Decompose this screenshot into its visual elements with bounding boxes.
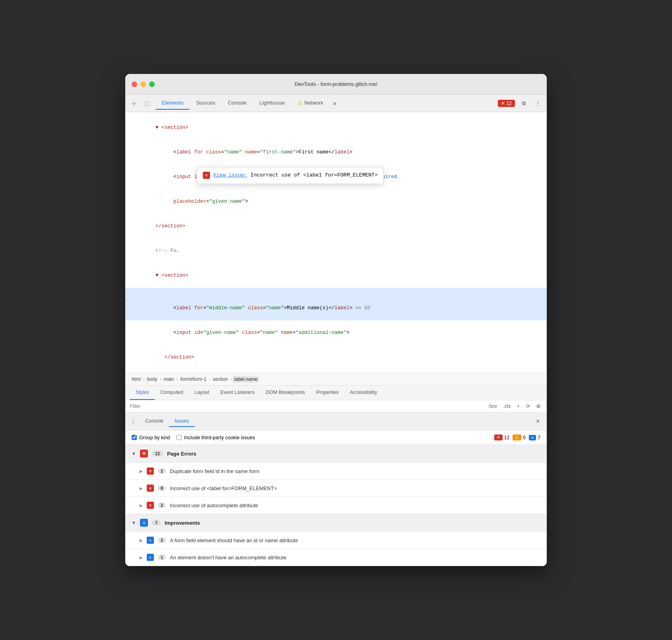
issue-item-label-for[interactable]: ▶ ✕ 8 Incorrect use of <label for=FORM_E… (125, 480, 547, 497)
tabbar-right: ✕ 12 ⚙ ⋮ (498, 98, 544, 109)
tab-sources[interactable]: Sources (190, 97, 221, 110)
issues-tab-issues[interactable]: Issues (169, 416, 194, 427)
styles-tabbar: Styles Computed Layout Event Listeners D… (125, 386, 547, 400)
panel-menu-icon[interactable]: ⋮ (130, 418, 136, 425)
warning-badge-icon: ⚠ (513, 434, 521, 440)
tab-layout[interactable]: Layout (189, 386, 215, 400)
issue-item-autocomplete[interactable]: ▶ ✕ 2 Incorrect use of autocomplete attr… (125, 497, 547, 514)
close-panel-button[interactable]: × (534, 417, 542, 426)
issue-tooltip: ✕ View issue: Incorrect use of <label fo… (197, 167, 384, 184)
add-style-button[interactable]: + (515, 403, 521, 410)
dom-line[interactable]: ▼ <section> (125, 263, 547, 288)
page-errors-title: Page Errors (167, 451, 196, 457)
tab-properties[interactable]: Properties (311, 386, 344, 400)
maximize-button[interactable] (149, 81, 155, 87)
filter-input[interactable] (130, 403, 483, 409)
error-counter-value: 12 (504, 435, 509, 440)
issues-list: ▼ ✕ 12 Page Errors ▶ ✕ 2 Duplicate form … (125, 445, 547, 566)
third-party-checkbox[interactable] (177, 435, 182, 440)
group-expand-arrow: ▼ (132, 520, 136, 525)
issues-tab-list: Console Issues (140, 416, 194, 427)
hov-button[interactable]: :hov (486, 403, 499, 410)
devtools-container: ⊹ ⬚ Elements Sources Console Lighthouse … (125, 95, 547, 566)
dom-line[interactable]: placeholder="given name"> (125, 189, 547, 214)
dom-line[interactable]: <input id="given-name" class="name" name… (125, 320, 547, 345)
filter-bar: :hov .cls + ⟳ ⊞ (125, 400, 547, 413)
tab-event-listeners[interactable]: Event Listeners (215, 386, 260, 400)
issue-item-duplicate-id[interactable]: ▶ ✕ 2 Duplicate form field id in the sam… (125, 463, 547, 480)
issue-expand-icon: ▶ (140, 469, 143, 473)
warning-counter: ⚠ 0 (513, 434, 526, 440)
group-expand-arrow: ▼ (132, 451, 136, 456)
warning-counter-value: 0 (523, 435, 526, 440)
breadcrumb-section[interactable]: section (211, 376, 229, 383)
cursor-tool-icon[interactable]: ⊹ (128, 98, 140, 109)
issue-text: Incorrect use of <label for=FORM_ELEMENT… (170, 485, 277, 491)
layout-button[interactable]: ⊞ (535, 403, 542, 410)
third-party-checkbox-group: Include third-party cookie issues (177, 435, 255, 440)
tab-accessibility[interactable]: Accessibility (344, 386, 383, 400)
group-by-kind-label[interactable]: Group by kind (139, 435, 170, 440)
top-tabbar: ⊹ ⬚ Elements Sources Console Lighthouse … (125, 95, 547, 112)
tab-computed[interactable]: Computed (155, 386, 189, 400)
tooltip-link[interactable]: View issue: (213, 171, 247, 180)
issue-text: An element doesn't have an autocomplete … (170, 555, 286, 560)
tab-elements[interactable]: Elements (155, 97, 190, 110)
titlebar: DevTools - form-problems.glitch.me/ (125, 74, 547, 95)
tab-console[interactable]: Console (221, 97, 253, 110)
network-warning-icon: ⚠ (297, 100, 303, 106)
improvement-info-icon: ≡ (147, 537, 154, 544)
more-options-icon[interactable]: ⋮ (532, 98, 544, 109)
refresh-styles-button[interactable]: ⟳ (524, 403, 532, 410)
dom-line-selected[interactable]: … <label for="middle-name" class="name">… (125, 288, 547, 320)
page-errors-icon: ✕ (140, 450, 148, 458)
breadcrumb-bar: html › body › main › form#form-1 › secti… (125, 373, 547, 386)
dom-line[interactable]: ▼ <section> (125, 115, 547, 140)
improvement-item-id-name[interactable]: ▶ ≡ 2 A form field element should have a… (125, 532, 547, 549)
filter-actions: :hov .cls + ⟳ ⊞ (486, 403, 542, 410)
tab-lighthouse[interactable]: Lighthouse (253, 97, 291, 110)
close-button[interactable] (132, 81, 137, 87)
issue-count: 1 (158, 555, 166, 560)
issue-count: 8 (158, 485, 166, 491)
issue-text: A form field element should have an id o… (170, 537, 298, 543)
issues-panel: ⋮ Console Issues × Group by kind Include… (125, 413, 547, 566)
improvements-count: 7 (152, 520, 161, 526)
dom-line[interactable]: <label for class="name" name="first-name… (125, 140, 547, 165)
tab-dom-breakpoints[interactable]: DOM Breakpoints (260, 386, 311, 400)
group-by-kind-checkbox[interactable] (132, 435, 137, 440)
improvements-icon: ≡ (140, 519, 148, 527)
info-badge-icon: ≡ (529, 435, 536, 440)
error-count-badge[interactable]: ✕ 12 (498, 100, 515, 107)
dom-panel: ▼ <section> <label for class="name" name… (125, 112, 547, 373)
dom-line[interactable]: </section> (125, 214, 547, 239)
group-by-kind-checkbox-group: Group by kind (132, 435, 170, 440)
main-tab-list: Elements Sources Console Lighthouse ⚠ Ne… (155, 97, 498, 110)
improvement-item-autocomplete-missing[interactable]: ▶ ≡ 1 An element doesn't have an autocom… (125, 549, 547, 566)
error-icon: ✕ (501, 101, 505, 106)
breadcrumb-label[interactable]: label.name (233, 376, 259, 383)
inspect-icon[interactable]: ⬚ (141, 98, 152, 109)
more-tabs-button[interactable]: » (330, 98, 340, 109)
page-errors-group-header[interactable]: ▼ ✕ 12 Page Errors (125, 445, 547, 463)
dom-line[interactable]: <!-- Fo… (125, 239, 547, 263)
improvements-group-header[interactable]: ▼ ≡ 7 Improvements (125, 514, 547, 532)
window-title: DevTools - form-problems.glitch.me/ (295, 81, 377, 87)
improvements-title: Improvements (165, 520, 200, 526)
info-counter-value: 7 (538, 435, 540, 440)
breadcrumb-main[interactable]: main (162, 376, 176, 383)
breadcrumb-form[interactable]: form#form-1 (179, 376, 208, 383)
breadcrumb-body[interactable]: body (146, 376, 159, 383)
tab-network[interactable]: ⚠ Network (291, 97, 330, 110)
settings-icon[interactable]: ⚙ (518, 98, 529, 109)
tab-styles[interactable]: Styles (130, 386, 155, 400)
third-party-label[interactable]: Include third-party cookie issues (184, 435, 255, 440)
minimize-button[interactable] (140, 81, 146, 87)
breadcrumb-html[interactable]: html (130, 376, 142, 383)
issues-tab-console[interactable]: Console (140, 416, 169, 427)
issues-controls: Group by kind Include third-party cookie… (125, 431, 547, 445)
dom-line[interactable]: </section> (125, 345, 547, 370)
tooltip-error-icon: ✕ (203, 172, 210, 179)
issue-text: Incorrect use of autocomplete attribute (170, 502, 258, 508)
cls-button[interactable]: .cls (502, 403, 512, 410)
